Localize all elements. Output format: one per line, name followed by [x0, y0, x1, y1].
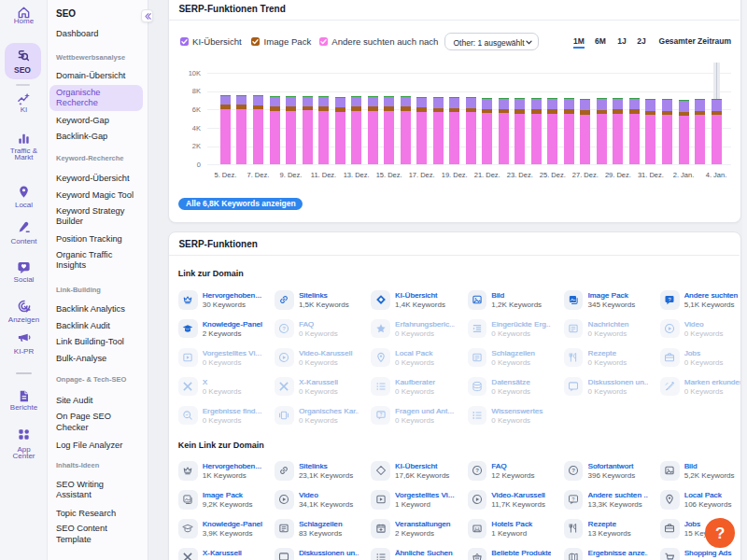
svg-text:?: ?	[475, 469, 479, 474]
svg-text:?: ?	[379, 413, 382, 417]
svg-text:?: ?	[571, 469, 575, 474]
svg-text:?: ?	[283, 326, 287, 331]
svg-text:?: ?	[572, 497, 575, 502]
svg-text:?: ?	[669, 297, 671, 302]
